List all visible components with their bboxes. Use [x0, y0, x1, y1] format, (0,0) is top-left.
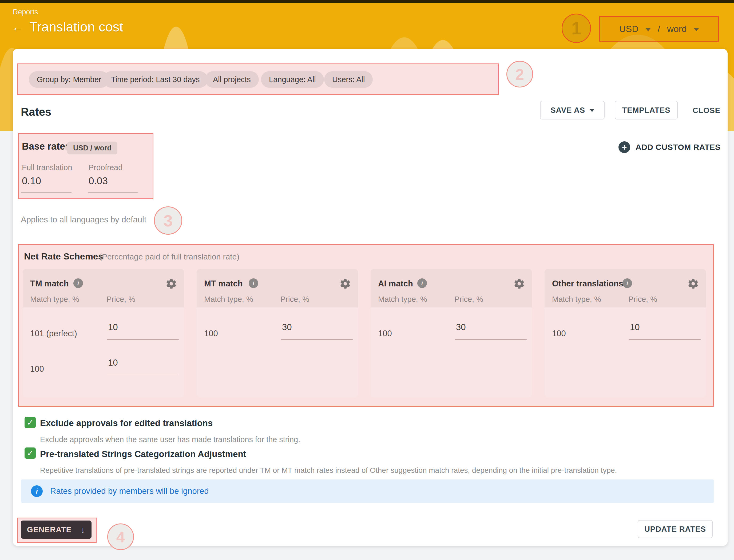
input-underline: [107, 375, 179, 375]
unit-select[interactable]: word: [667, 24, 687, 34]
match-type-value: 101 (perfect): [30, 329, 77, 338]
info-icon[interactable]: i: [249, 278, 258, 288]
chevron-down-icon: [590, 109, 594, 112]
net-rate-schemes-subtitle: (Percentage paid of full translation rat…: [99, 252, 239, 261]
price-input[interactable]: 30: [282, 322, 292, 332]
input-underline: [281, 339, 353, 340]
page-title-row: ← Translation cost: [12, 19, 123, 35]
check-icon: ✓: [27, 418, 33, 427]
scheme-card-title: TM match: [30, 279, 69, 289]
match-type-value: 100: [552, 329, 566, 338]
download-arrow-icon: ↓: [81, 525, 85, 535]
filter-chip-users[interactable]: Users: All: [324, 71, 373, 88]
filter-chip-projects[interactable]: All projects: [205, 71, 259, 88]
scheme-card-title: Other translations: [552, 279, 623, 289]
full-translation-label: Full translation: [22, 163, 72, 172]
templates-label: TEMPLATES: [622, 106, 671, 115]
price-input[interactable]: 10: [630, 322, 640, 332]
column-header-price: Price, %: [455, 295, 483, 304]
info-banner: i Rates provided by members will be igno…: [21, 479, 714, 503]
gear-icon[interactable]: [339, 278, 351, 290]
back-arrow-icon[interactable]: ←: [12, 20, 24, 34]
close-button[interactable]: CLOSE: [693, 106, 720, 115]
proofread-label: Proofread: [89, 163, 122, 172]
gear-icon[interactable]: [165, 278, 177, 290]
option-description: Exclude approvals when the same user has…: [40, 435, 300, 444]
templates-button[interactable]: TEMPLATES: [615, 101, 678, 119]
breadcrumb[interactable]: Reports: [13, 8, 38, 16]
price-input[interactable]: 10: [108, 322, 118, 332]
input-underline: [21, 192, 71, 193]
column-header-price: Price, %: [280, 295, 309, 304]
match-type-value: 100: [30, 364, 44, 374]
currency-select[interactable]: USD: [619, 24, 639, 34]
generate-label: GENERATE: [27, 525, 71, 534]
applies-note: Applies to all languages by default: [21, 215, 146, 225]
filter-chip-group-by[interactable]: Group by: Member: [29, 71, 109, 88]
info-banner-text: Rates provided by members will be ignore…: [50, 486, 209, 496]
plus-icon: +: [619, 141, 630, 153]
update-rates-label: UPDATE RATES: [644, 525, 706, 534]
price-input[interactable]: 30: [456, 322, 466, 332]
scheme-card-tm-match: TM match i Match type, % Price, % 101 (p…: [23, 269, 184, 397]
save-as-button[interactable]: SAVE AS: [540, 101, 605, 119]
scheme-card-mt-match: MT match i Match type, % Price, % 100 30: [197, 269, 358, 397]
net-rate-schemes-title: Net Rate Schemes: [24, 251, 103, 262]
column-header-match: Match type, %: [204, 295, 253, 304]
save-as-label: SAVE AS: [551, 106, 585, 115]
chevron-down-icon[interactable]: [645, 28, 651, 31]
scheme-card-title: AI match: [378, 279, 413, 289]
input-underline: [107, 339, 179, 340]
info-icon[interactable]: i: [623, 278, 632, 288]
currency-unit-separator: /: [658, 24, 660, 34]
price-input[interactable]: 10: [108, 358, 118, 368]
add-custom-rates-button[interactable]: + ADD CUSTOM RATES: [619, 141, 721, 153]
column-header-price: Price, %: [628, 295, 657, 304]
currency-unit-selector: USD / word: [599, 16, 719, 42]
scheme-card-ai-match: AI match i Match type, % Price, % 100 30: [371, 269, 532, 397]
filter-chip-language[interactable]: Language: All: [261, 71, 324, 88]
input-underline: [455, 339, 527, 340]
annotation-circle-2: 2: [507, 61, 533, 87]
gear-icon[interactable]: [513, 278, 525, 290]
info-icon[interactable]: i: [73, 278, 83, 288]
scheme-card-other-translations: Other translations i Match type, % Price…: [545, 269, 706, 397]
checkbox-exclude-approvals[interactable]: ✓: [25, 417, 36, 428]
annotation-circle-1: 1: [562, 14, 591, 43]
proofread-input[interactable]: 0.03: [89, 175, 108, 187]
column-header-match: Match type, %: [30, 295, 79, 304]
add-custom-rates-label: ADD CUSTOM RATES: [636, 143, 721, 152]
annotation-circle-3: 3: [154, 206, 182, 235]
column-header-match: Match type, %: [378, 295, 427, 304]
annotation-circle-4: 4: [107, 523, 134, 550]
checkbox-pretranslated-adjustment[interactable]: ✓: [25, 447, 36, 459]
filter-chip-time-period[interactable]: Time period: Last 30 days: [103, 71, 208, 88]
input-underline: [629, 339, 701, 340]
base-rates-unit-tag: USD / word: [67, 142, 117, 154]
column-header-match: Match type, %: [552, 295, 601, 304]
generate-button[interactable]: GENERATE ↓: [21, 521, 91, 539]
gear-icon[interactable]: [687, 278, 699, 290]
top-dark-strip: [0, 0, 734, 3]
match-type-value: 100: [378, 329, 392, 338]
option-label-pretranslated-adjustment: Pre-translated Strings Categorization Ad…: [40, 449, 246, 459]
rates-section-title: Rates: [21, 106, 51, 118]
full-translation-input[interactable]: 0.10: [22, 175, 41, 187]
page-title: Translation cost: [29, 19, 123, 35]
scheme-card-title: MT match: [204, 279, 243, 289]
chevron-down-icon[interactable]: [694, 28, 699, 31]
column-header-price: Price, %: [106, 295, 135, 304]
input-underline: [88, 192, 138, 193]
option-label-exclude-approvals: Exclude approvals for edited translation…: [40, 418, 213, 428]
update-rates-button[interactable]: UPDATE RATES: [638, 520, 713, 538]
option-description: Repetitive translations of pre-translate…: [40, 466, 617, 475]
info-icon[interactable]: i: [417, 278, 427, 288]
info-icon: i: [31, 485, 43, 497]
match-type-value: 100: [204, 329, 218, 338]
check-icon: ✓: [27, 449, 33, 458]
